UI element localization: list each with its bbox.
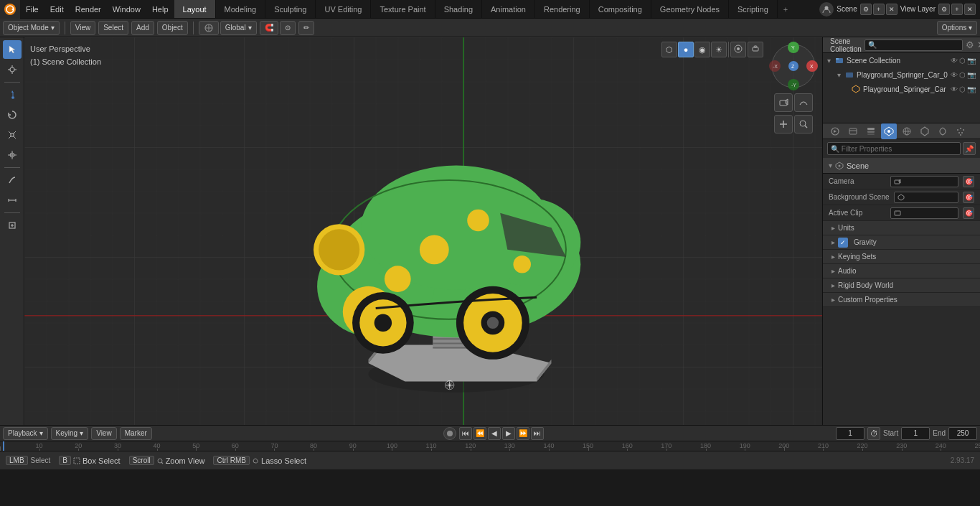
view-layer-close-btn[interactable]: ✕ xyxy=(964,4,976,15)
tab-uv-editing[interactable]: UV Editing xyxy=(316,0,371,18)
tab-rendering[interactable]: Rendering xyxy=(535,0,590,18)
record-btn[interactable] xyxy=(443,427,456,440)
prop-icon-particles[interactable] xyxy=(953,123,969,139)
3d-viewport[interactable]: User Perspective (1) Scene Collection X … xyxy=(24,37,822,425)
prop-icon-output[interactable] xyxy=(845,123,861,139)
section-custom-properties[interactable]: ▸ Custom Properties xyxy=(823,293,980,307)
play-btn[interactable]: ▶ xyxy=(502,427,515,440)
tab-geometry-nodes[interactable]: Geometry Nodes xyxy=(651,0,729,18)
tool-rotate[interactable] xyxy=(3,106,22,124)
object-mode-dropdown[interactable]: Object Mode ▾ xyxy=(3,21,60,35)
view-layer-new-btn[interactable]: + xyxy=(951,4,963,15)
view-layer-settings-btn[interactable]: ⚙ xyxy=(938,4,950,15)
grease-btn[interactable]: ✏ xyxy=(298,21,314,35)
orbit-btn[interactable] xyxy=(794,93,813,112)
shading-material[interactable]: ◉ xyxy=(694,42,710,57)
shading-wireframe[interactable]: ⬡ xyxy=(661,42,677,57)
scene-close-btn[interactable]: ✕ xyxy=(886,4,897,15)
tool-add[interactable] xyxy=(3,216,22,235)
clip-picker-btn[interactable]: 🎯 xyxy=(963,207,974,219)
scene-new-btn[interactable]: + xyxy=(873,4,885,15)
ren-icon-2[interactable]: 📷 xyxy=(967,71,976,79)
current-frame-input[interactable]: 1 xyxy=(836,427,864,440)
tool-cursor[interactable] xyxy=(3,60,22,79)
section-units[interactable]: ▸ Units xyxy=(823,221,980,235)
shading-rendered[interactable]: ☀ xyxy=(711,42,727,57)
orbit-gizmo[interactable]: X -X Y -Y Z xyxy=(769,42,818,90)
keying-dropdown[interactable]: Keying▾ xyxy=(51,427,89,440)
tab-animation[interactable]: Animation xyxy=(482,0,535,18)
shading-solid[interactable]: ● xyxy=(678,42,694,57)
bg-scene-field[interactable] xyxy=(894,192,958,203)
section-scene[interactable]: ▾ Scene xyxy=(823,158,980,174)
camera-value-field[interactable] xyxy=(890,176,958,187)
menu-edit[interactable]: Edit xyxy=(44,0,70,18)
end-frame-input[interactable]: 250 xyxy=(948,427,977,440)
play-reverse-btn[interactable]: ◀ xyxy=(488,427,501,440)
camera-view-btn[interactable] xyxy=(774,93,793,112)
prop-icon-world[interactable] xyxy=(899,123,915,139)
visibility-icon[interactable]: 👁 xyxy=(951,57,958,65)
prop-icon-viewlayer[interactable] xyxy=(863,123,879,139)
add-menu[interactable]: Add xyxy=(131,21,154,35)
section-rigid-body[interactable]: ▸ Rigid Body World xyxy=(823,278,980,293)
tool-measure[interactable] xyxy=(3,191,22,210)
gravity-checkbox[interactable]: ✓ xyxy=(838,238,848,248)
tab-sculpting[interactable]: Sculpting xyxy=(265,0,316,18)
section-keying-sets[interactable]: ▸ Keying Sets xyxy=(823,250,980,264)
render-icon[interactable]: 📷 xyxy=(967,57,976,65)
gizmo-toggle[interactable] xyxy=(748,42,763,57)
menu-file[interactable]: File xyxy=(20,0,44,18)
select-menu[interactable]: Select xyxy=(98,21,128,35)
prop-icon-object[interactable] xyxy=(917,123,933,139)
tab-modeling[interactable]: Modeling xyxy=(216,0,266,18)
object-menu[interactable]: Object xyxy=(157,21,188,35)
section-gravity[interactable]: ▸ ✓ Gravity xyxy=(823,235,980,250)
viewport-icon[interactable]: ⬡ xyxy=(959,57,966,65)
transform-space[interactable]: Global▾ xyxy=(220,21,257,35)
prop-icon-scene[interactable] xyxy=(881,123,897,139)
outliner-search[interactable] xyxy=(864,39,963,51)
vis-icon-2[interactable]: 👁 xyxy=(951,71,958,79)
options-btn[interactable]: Options ▾ xyxy=(937,21,977,35)
prev-keyframe-btn[interactable]: ⏪ xyxy=(473,427,486,440)
menu-help[interactable]: Help xyxy=(146,0,174,18)
tab-shading[interactable]: Shading xyxy=(435,0,482,18)
camera-picker-btn[interactable]: 🎯 xyxy=(963,176,974,187)
bg-scene-picker-btn[interactable]: 🎯 xyxy=(963,192,974,203)
view-dropdown[interactable]: View xyxy=(91,427,117,440)
tool-select[interactable] xyxy=(3,40,22,59)
tab-texture-paint[interactable]: Texture Paint xyxy=(371,0,435,18)
prop-icon-render[interactable] xyxy=(827,123,843,139)
props-search-input[interactable] xyxy=(827,142,961,155)
menu-window[interactable]: Window xyxy=(107,0,146,18)
ren-icon-3[interactable]: 📷 xyxy=(967,85,976,93)
timeline-track[interactable]: 1020304050607080901001101201301401501601… xyxy=(0,441,980,451)
tab-add[interactable]: + xyxy=(778,5,793,14)
tool-transform[interactable] xyxy=(3,146,22,164)
active-clip-field[interactable] xyxy=(890,207,958,219)
props-pin-btn[interactable]: 📌 xyxy=(963,142,976,155)
view-menu[interactable]: View xyxy=(70,21,96,35)
prop-icon-modifier[interactable] xyxy=(935,123,951,139)
tool-move[interactable] xyxy=(3,85,22,104)
outliner-item-car-object[interactable]: Playground_Springer_Car 👁 ⬡ 📷 xyxy=(823,82,980,96)
playback-dropdown[interactable]: Playback▾ xyxy=(3,427,48,440)
pan-btn[interactable] xyxy=(774,115,793,133)
tab-scripting[interactable]: Scripting xyxy=(729,0,778,18)
proportional-edit-btn[interactable]: ⊙ xyxy=(280,21,296,35)
overlay-toggle[interactable] xyxy=(730,42,746,57)
zoom-btn[interactable] xyxy=(794,115,813,133)
jump-start-btn[interactable]: ⏮ xyxy=(459,427,472,440)
section-audio[interactable]: ▸ Audio xyxy=(823,264,980,278)
start-frame-input[interactable]: 1 xyxy=(901,427,930,440)
outliner-close-btn[interactable]: ✕ xyxy=(977,39,980,51)
transform-icons[interactable] xyxy=(199,21,219,35)
outliner-item-car-collection[interactable]: ▾ Playground_Springer_Car_001 👁 ⬡ 📷 xyxy=(823,67,980,82)
scene-settings-btn[interactable]: ⚙ xyxy=(860,4,872,15)
tab-layout[interactable]: Layout xyxy=(174,0,216,18)
frame-timer-btn[interactable]: ⏱ xyxy=(867,427,880,440)
vp-icon-3[interactable]: ⬡ xyxy=(959,85,966,93)
tool-annotate[interactable] xyxy=(3,171,22,189)
snap-btn[interactable]: 🧲 xyxy=(260,21,278,35)
